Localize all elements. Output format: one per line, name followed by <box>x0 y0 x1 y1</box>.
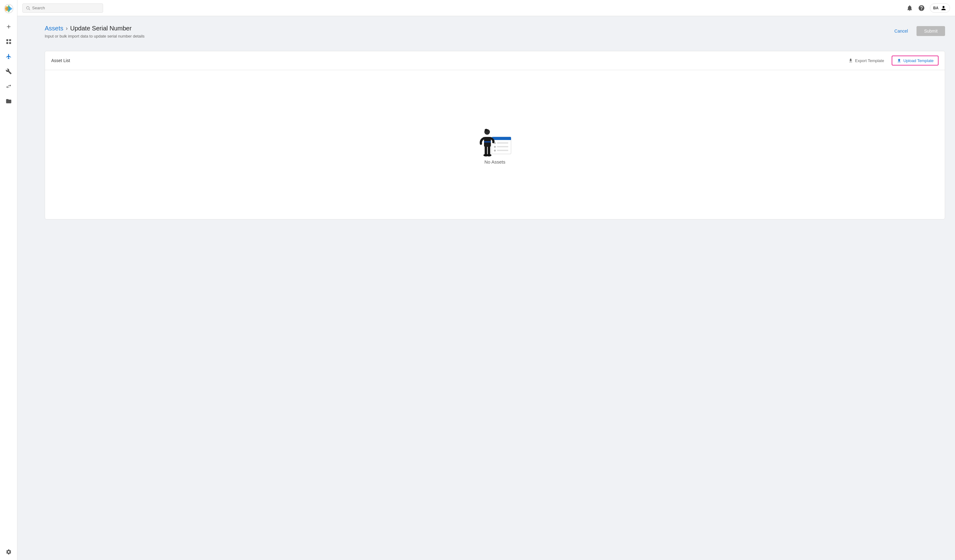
search-icon <box>26 6 30 11</box>
sidebar-item-settings[interactable] <box>4 547 13 556</box>
svg-rect-21 <box>484 141 491 142</box>
page-title: Update Serial Number <box>70 25 132 32</box>
svg-point-19 <box>485 129 488 131</box>
main-content: Assets › Update Serial Number Input or b… <box>35 16 955 560</box>
asset-list-card: Asset List Export Template Upload Templa… <box>45 51 945 219</box>
sidebar-item-dashboard[interactable] <box>4 37 13 46</box>
cancel-button[interactable]: Cancel <box>889 26 913 36</box>
svg-rect-6 <box>9 42 11 44</box>
svg-rect-5 <box>6 42 8 44</box>
sidebar <box>0 0 17 560</box>
sidebar-item-assets[interactable] <box>4 52 13 61</box>
svg-point-25 <box>487 154 492 156</box>
empty-illustration <box>475 125 515 159</box>
svg-point-16 <box>494 150 496 152</box>
svg-rect-3 <box>6 39 8 41</box>
svg-rect-15 <box>497 146 508 147</box>
sidebar-item-documents[interactable] <box>4 97 13 106</box>
breadcrumb: Assets › Update Serial Number <box>45 25 145 32</box>
app-logo[interactable] <box>4 4 14 14</box>
svg-rect-22 <box>485 146 487 155</box>
svg-line-8 <box>29 9 30 9</box>
top-header: BA <box>17 0 955 16</box>
help-icon[interactable] <box>918 5 925 11</box>
svg-rect-11 <box>492 139 511 140</box>
card-toolbar: Asset List Export Template Upload Templa… <box>45 51 945 70</box>
svg-rect-23 <box>488 146 490 155</box>
user-chip[interactable]: BA <box>930 3 950 13</box>
svg-point-7 <box>27 6 29 9</box>
submit-button[interactable]: Submit <box>916 26 945 36</box>
user-avatar-icon <box>940 5 947 11</box>
sidebar-item-maintenance[interactable] <box>4 67 13 76</box>
export-template-button[interactable]: Export Template <box>844 56 888 65</box>
card-title: Asset List <box>51 58 841 63</box>
header-actions: BA <box>906 3 950 13</box>
download-icon <box>848 58 853 63</box>
svg-point-14 <box>494 146 496 148</box>
empty-state: No Assets <box>45 70 945 219</box>
sidebar-item-transfer[interactable] <box>4 82 13 91</box>
svg-rect-4 <box>9 39 11 41</box>
sidebar-item-add[interactable] <box>4 22 13 31</box>
svg-rect-17 <box>497 150 508 151</box>
user-initials: BA <box>933 6 939 10</box>
search-bar[interactable] <box>22 3 103 13</box>
upload-template-button[interactable]: Upload Template <box>892 56 939 66</box>
breadcrumb-separator: › <box>66 25 68 32</box>
search-input[interactable] <box>32 6 100 10</box>
page-subtitle: Input or bulk import data to update seri… <box>45 34 145 39</box>
upload-icon <box>897 58 902 63</box>
notification-icon[interactable] <box>906 5 913 11</box>
empty-label: No Assets <box>484 159 506 164</box>
breadcrumb-parent[interactable]: Assets <box>45 25 63 32</box>
svg-rect-13 <box>497 142 508 144</box>
page-header: Assets › Update Serial Number Input or b… <box>45 25 145 39</box>
